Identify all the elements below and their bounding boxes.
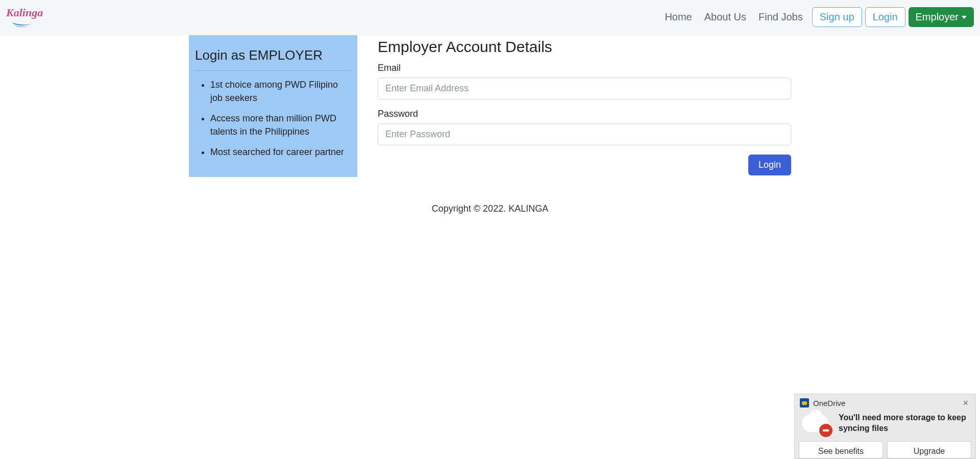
list-item: Most searched for career partner [210, 145, 351, 159]
onedrive-notification: OneDrive × You'll need more storage to k… [794, 394, 976, 459]
submit-login-button[interactable]: Login [748, 155, 791, 175]
login-button[interactable]: Login [865, 7, 905, 27]
employer-dropdown-label: Employer [916, 11, 959, 23]
cloud-storage-full-icon [802, 413, 831, 436]
signup-button[interactable]: Sign up [812, 7, 862, 27]
email-input[interactable] [378, 78, 791, 99]
nav-links: Home About Us Find Jobs Sign up Login Em… [658, 7, 974, 27]
sidebar-heading: Login as EMPLOYER [195, 47, 351, 71]
close-icon[interactable]: × [961, 398, 970, 407]
footer-copyright: Copyright © 2022. KALINGA [189, 177, 791, 214]
form-heading: Employer Account Details [378, 38, 791, 56]
login-form: Employer Account Details Email Password … [378, 35, 791, 177]
notification-app-name: OneDrive [813, 399, 845, 407]
chevron-down-icon [962, 16, 967, 19]
list-item: Access more than million PWD talents in … [210, 112, 351, 138]
employer-dropdown[interactable]: Employer [909, 7, 974, 27]
kalinga-logo-icon: Kalinga [6, 5, 57, 30]
nav-home[interactable]: Home [658, 7, 698, 27]
main-container: Login as EMPLOYER 1st choice among PWD F… [189, 35, 791, 177]
login-info-panel: Login as EMPLOYER 1st choice among PWD F… [189, 35, 357, 177]
sidebar-points-list: 1st choice among PWD Filipino job seeker… [195, 78, 351, 159]
nav-about-us[interactable]: About Us [698, 7, 752, 27]
notification-message: You'll need more storage to keep syncing… [839, 413, 968, 436]
upgrade-button[interactable]: Upgrade [887, 441, 971, 458]
password-input[interactable] [378, 123, 791, 145]
email-label: Email [378, 63, 791, 73]
svg-text:Kalinga: Kalinga [6, 6, 43, 18]
password-label: Password [378, 109, 791, 119]
onedrive-app-icon [800, 398, 809, 407]
list-item: 1st choice among PWD Filipino job seeker… [210, 78, 351, 105]
nav-find-jobs[interactable]: Find Jobs [752, 7, 809, 27]
see-benefits-button[interactable]: See benefits [799, 441, 883, 458]
brand-logo[interactable]: Kalinga [6, 5, 57, 30]
top-navbar: Kalinga Home About Us Find Jobs Sign up … [0, 0, 980, 35]
